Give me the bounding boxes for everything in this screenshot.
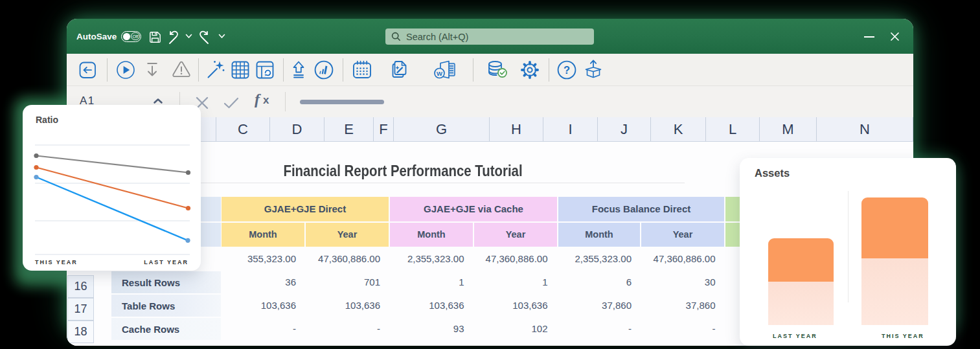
svg-text:W: W xyxy=(437,70,442,77)
svg-text:?: ? xyxy=(564,64,570,76)
